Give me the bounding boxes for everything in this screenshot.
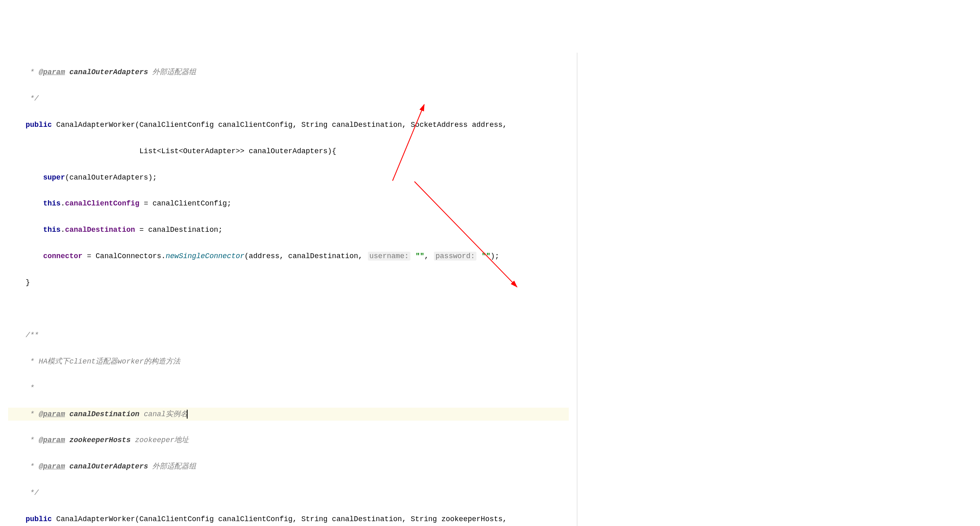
comment-text: * (8, 68, 39, 76)
param-tag: @param (39, 68, 65, 76)
param-desc: 外部适配器组 (148, 68, 196, 76)
comment-text: /** (8, 331, 39, 339)
string-literal: "" (477, 252, 490, 260)
keyword: this (43, 199, 60, 207)
indent (8, 252, 43, 260)
dot: . (61, 226, 65, 234)
code-text: } (8, 278, 30, 287)
param-desc: canal实例名 (139, 410, 188, 418)
param-hint: password: (434, 252, 476, 261)
field-ref: connector (43, 252, 82, 260)
comment-text: * (8, 384, 34, 392)
keyword: public (26, 121, 52, 129)
code-line: connector = CanalConnectors.newSingleCon… (8, 250, 569, 263)
code-line-highlighted: * @param canalDestination canal实例名 (8, 408, 569, 421)
code-line: * @param canalOuterAdapters 外部适配器组 (8, 460, 569, 473)
comment-text: * (8, 436, 39, 444)
comment-text: */ (8, 94, 39, 103)
text-cursor (187, 410, 188, 419)
param-name: canalOuterAdapters (65, 462, 148, 470)
keyword: public (26, 515, 52, 523)
code-text: = canalDestination; (135, 226, 222, 234)
code-line: * @param zookeeperHosts zookeeper地址 (8, 434, 569, 447)
indent (8, 515, 26, 523)
param-desc: 外部适配器组 (148, 462, 196, 470)
indent (8, 199, 43, 207)
code-line: public CanalAdapterWorker(CanalClientCon… (8, 513, 569, 526)
code-line: */ (8, 486, 569, 500)
indent (8, 121, 26, 129)
comment-text: * (8, 410, 39, 418)
code-line: /** (8, 329, 569, 342)
code-line: public CanalAdapterWorker(CanalClientCon… (8, 118, 569, 132)
indent (8, 226, 43, 234)
code-editor[interactable]: * @param canalOuterAdapters 外部适配器组 */ pu… (0, 53, 577, 526)
param-name: canalOuterAdapters (65, 68, 148, 76)
code-line (8, 302, 569, 316)
field-ref: canalDestination (65, 226, 135, 234)
comment-text: * HA模式下client适配器worker的构造方法 (8, 357, 180, 366)
param-desc: zookeeper地址 (130, 436, 189, 444)
code-line: this.canalClientConfig = canalClientConf… (8, 197, 569, 210)
code-text: (canalOuterAdapters); (65, 173, 157, 182)
code-text: (address, canalDestination, (244, 252, 367, 260)
param-tag: @param (39, 462, 65, 470)
code-text: , (424, 252, 433, 260)
param-tag: @param (39, 410, 65, 418)
comment-text: * (8, 462, 39, 470)
code-text: ); (491, 252, 500, 260)
param-name: canalDestination (65, 410, 139, 418)
code-text: CanalAdapterWorker(CanalClientConfig can… (52, 121, 507, 129)
comment-text: */ (8, 489, 39, 497)
code-text: = canalClientConfig; (139, 199, 231, 207)
keyword: this (43, 226, 60, 234)
static-method: newSingleConnector (166, 252, 244, 260)
param-name: zookeeperHosts (65, 436, 130, 444)
code-line: List<List<OuterAdapter>> canalOuterAdapt… (8, 145, 569, 158)
param-hint: username: (368, 252, 410, 261)
code-text: = CanalConnectors. (83, 252, 166, 260)
indent (8, 173, 43, 182)
dot: . (61, 199, 65, 207)
code-line: this.canalDestination = canalDestination… (8, 223, 569, 237)
field-ref: canalClientConfig (65, 199, 139, 207)
code-text: CanalAdapterWorker(CanalClientConfig can… (52, 515, 507, 523)
code-text: List<List<OuterAdapter>> canalOuterAdapt… (8, 147, 336, 155)
code-line: * (8, 381, 569, 395)
code-line: * HA模式下client适配器worker的构造方法 (8, 355, 569, 368)
code-line: } (8, 276, 569, 289)
code-line: super(canalOuterAdapters); (8, 171, 569, 184)
code-line: * @param canalOuterAdapters 外部适配器组 (8, 66, 569, 79)
param-tag: @param (39, 436, 65, 444)
keyword: super (43, 173, 65, 182)
code-line: */ (8, 92, 569, 105)
string-literal: "" (411, 252, 424, 260)
